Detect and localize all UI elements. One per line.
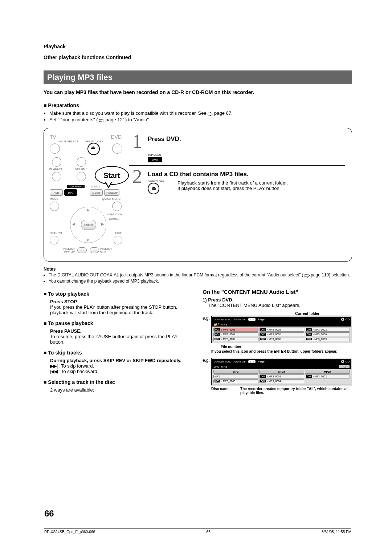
skip-tracks-bold: During playback, press SKIP REV or SKIP … bbox=[50, 358, 193, 363]
select-track-head: Selecting a track in the disc bbox=[44, 379, 193, 385]
menu1-cd: CD bbox=[345, 318, 350, 321]
step-2-text-1: Playback starts from the first track of … bbox=[177, 180, 345, 186]
icon-note: If you select this icon and press the EN… bbox=[211, 349, 352, 353]
current-folder-label: Current folder bbox=[203, 312, 319, 316]
preparations-head: Preparations bbox=[44, 102, 352, 108]
file-cell: 007♪MP3_0007 bbox=[213, 337, 258, 341]
page-arrow-icon bbox=[208, 111, 213, 116]
step-2-open-label: OPEN/CLOSE bbox=[148, 180, 171, 183]
page-arrow-icon bbox=[305, 273, 310, 278]
folder-cell: MP3a bbox=[259, 370, 304, 374]
remote-mode-label: MODE bbox=[50, 197, 58, 200]
file-cell: 003♪MP3_0003 bbox=[213, 379, 258, 383]
file-cell: 004♪MP3_0004 bbox=[213, 332, 258, 336]
page-title: Playing MP3 files bbox=[44, 70, 352, 84]
file-cell: 004♪MP3_0004 bbox=[259, 379, 304, 383]
remote-instant-skip-label: INSTANT SKIP bbox=[100, 247, 112, 254]
intro-text: You can play MP3 files that have been re… bbox=[44, 89, 352, 95]
file-cell: 009♪MP3_0009 bbox=[305, 337, 350, 341]
remote-enter-button: ENTER bbox=[81, 220, 96, 230]
menu2-all-header: All bbox=[339, 365, 350, 368]
menu2-folder: JPG_MP3 bbox=[214, 365, 227, 368]
right-step-1-text: The "CONTENT MENU Audio List" appears. bbox=[208, 303, 352, 308]
skip-bwd-text: : To skip backward. bbox=[58, 369, 98, 374]
step-box: TV DVD INPUT SELECT OPEN/CLOSE ⏏ CHANNEL… bbox=[44, 128, 352, 262]
remote-menu-button: MENU bbox=[90, 189, 103, 196]
menu1-page-word: Page bbox=[258, 318, 265, 321]
skip-tracks-head: To skip tracks bbox=[44, 350, 193, 356]
remote-vol-down-icon bbox=[77, 172, 86, 181]
remote-vol-up-icon bbox=[77, 157, 86, 167]
select-track-text: 2 ways are available: bbox=[50, 387, 193, 393]
svg-marker-1 bbox=[99, 119, 104, 122]
note-1b: page 119) selection. bbox=[311, 272, 350, 278]
menu2-page-word: Page bbox=[258, 360, 265, 363]
step-1-number: 1 bbox=[129, 133, 146, 150]
footer-mid: 66 bbox=[207, 530, 211, 534]
svg-marker-0 bbox=[208, 112, 213, 116]
file-cell: 001♪MP3_0001 bbox=[213, 328, 258, 332]
step-2-text-2: If playback does not start, press the PL… bbox=[177, 186, 345, 191]
page-number: 66 bbox=[44, 509, 54, 519]
remote-quickmenu-label: QUICK MENU bbox=[102, 197, 121, 200]
step-2: 2 Load a CD that contains MP3 files. OPE… bbox=[129, 168, 345, 194]
step-1: 1 Press DVD. TOP MENU DVD bbox=[129, 133, 345, 162]
footer-right: 8/31/05, 11:55 PM bbox=[322, 530, 351, 534]
svg-marker-2 bbox=[305, 274, 310, 278]
stop-playback-bold: Press STOP. bbox=[50, 299, 193, 304]
left-column: To stop playback Press STOP. If you pres… bbox=[44, 289, 193, 395]
file-cell: 003♪MP3_0003 bbox=[305, 328, 350, 332]
file-cell: 008♪MP3_0008 bbox=[259, 337, 304, 341]
remote-instant-replay-label: INSTANT REPLAY bbox=[63, 247, 75, 254]
note-2: You cannot change the playback speed of … bbox=[49, 279, 352, 284]
right-step-1: 1) Press DVD. bbox=[203, 297, 352, 303]
step-2-eject-button: ⏏ bbox=[148, 183, 159, 194]
remote-dvd-button: DVD bbox=[64, 189, 77, 196]
remote-dvd-power-icon bbox=[112, 143, 122, 154]
remote-input-select: INPUT SELECT bbox=[58, 140, 78, 143]
step-2-number: 2 bbox=[129, 168, 146, 186]
menu2-page-pill: 1 / 1 bbox=[248, 360, 256, 363]
menu1-title: Audio List bbox=[233, 318, 246, 321]
remote-dvd-label: DVD bbox=[111, 134, 122, 140]
remote-topmenu-label: TOP MENU bbox=[67, 185, 85, 188]
note-1a: The DIGITAL AUDIO OUT COAXIAL jack outpu… bbox=[49, 272, 303, 278]
section-header: Playback bbox=[44, 44, 352, 49]
menu2-title: Audio List bbox=[233, 360, 246, 363]
notes-list: The DIGITAL AUDIO OUT COAXIAL jack outpu… bbox=[44, 272, 352, 284]
remote-dpad: ENTER ▲ ▼ ◀ ▶ bbox=[70, 207, 106, 243]
page-arrow-icon bbox=[99, 117, 104, 123]
start-callout-tail bbox=[105, 182, 112, 189]
remote-menu-label: MENU bbox=[91, 185, 100, 188]
prep-item-2a: Set "Priority contents" ( bbox=[49, 117, 98, 122]
all-folder-note: The recorder creates temporary folder "A… bbox=[240, 387, 352, 395]
remote-timeslip-button: TIMESLIP bbox=[104, 189, 119, 196]
remote-channel-label: CHANNEL bbox=[49, 167, 63, 171]
remote-ch-down-icon bbox=[52, 172, 61, 181]
menu-screenshot-2: CONTENT MENU Audio List 1 / 1 Page 💿 CD … bbox=[211, 358, 352, 385]
eg-label-1: e.g. bbox=[203, 316, 210, 321]
folder-cell: MP3b bbox=[305, 370, 350, 374]
step-divider bbox=[129, 165, 345, 166]
stop-playback-head: To stop playback bbox=[44, 291, 193, 297]
footer-left: RD-XS24SB_Ope_E_p060-066 bbox=[44, 530, 95, 534]
page-footer: RD-XS24SB_Ope_E_p060-066 66 8/31/05, 11:… bbox=[44, 528, 351, 534]
eject-glyph: ⏏ bbox=[91, 145, 95, 150]
remote-quickmenu-button bbox=[112, 202, 122, 211]
menu1-file-grid: 001♪MP3_0001 002♪MP3_0002 003♪MP3_0003 0… bbox=[212, 327, 351, 342]
remote-ch-up-icon bbox=[52, 157, 61, 167]
step-1-dvd-button: DVD bbox=[148, 157, 162, 162]
remote-exit-button bbox=[114, 236, 122, 244]
prep-item-1b: page 67. bbox=[214, 110, 233, 116]
remote-return-label: RETURN bbox=[50, 231, 62, 235]
prep-item-2b: page 121) to "Audio". bbox=[106, 117, 150, 122]
file-cell: 005♪MP3_0005 bbox=[259, 332, 304, 336]
skip-fwd-text: : To skip forward. bbox=[58, 363, 94, 369]
skip-bwd-icon: |◀◀ bbox=[50, 369, 58, 374]
menu-screenshot-1: CONTENT MENU Audio List 1 / 1 Page 💿 CD … bbox=[211, 316, 352, 343]
notes-head: Notes bbox=[44, 267, 352, 272]
remote-number-label: NUMBER bbox=[109, 218, 120, 220]
remote-tv-label: TV bbox=[50, 134, 56, 140]
pause-playback-head: To pause playback bbox=[44, 320, 193, 326]
remote-hdd-button: HDD bbox=[50, 189, 63, 196]
